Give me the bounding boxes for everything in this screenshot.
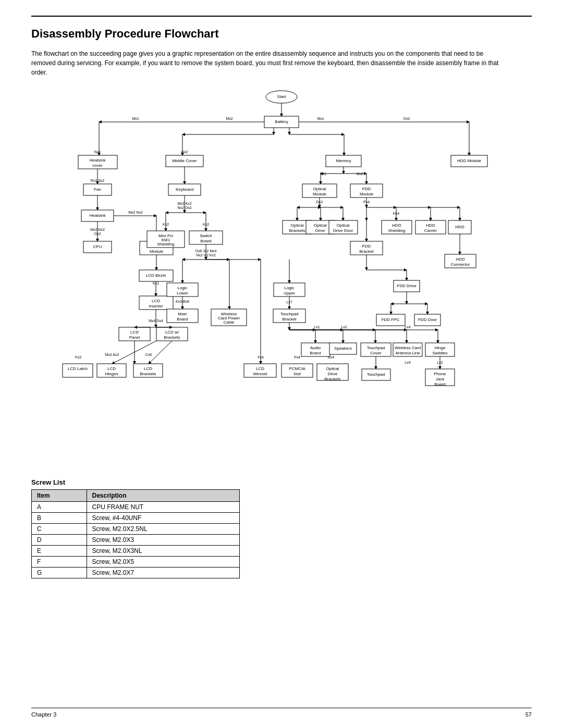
node-hdd: HDD: [448, 220, 471, 234]
screw-description: Screw, M2.0X2.5NL: [87, 524, 239, 535]
node-touchpad-bracket: Touchpad Bracket: [273, 309, 305, 323]
screw-item: B: [32, 513, 87, 524]
node-pcmcia: PCMCIA Slot: [282, 364, 313, 377]
svg-text:LCD: LCD: [256, 366, 264, 371]
svg-text:HDD Module: HDD Module: [457, 158, 481, 163]
table-row: BScrew, #4-40UNF: [32, 513, 240, 524]
page-title: Disassembly Procedure Flowchart: [31, 27, 532, 41]
screw-item: E: [32, 546, 87, 557]
col-header-item: Item: [32, 490, 87, 502]
svg-text:LCD w/: LCD w/: [165, 330, 179, 335]
svg-text:Cx6: Cx6: [145, 353, 152, 356]
svg-text:FDD: FDD: [362, 244, 371, 249]
screw-item: G: [32, 567, 87, 578]
node-optical-drive-door: Optical Drive Door: [329, 220, 358, 234]
node-optical-drive-brackets: Optical Drive Brackets: [317, 364, 348, 381]
screw-list-title: Screw List: [31, 478, 532, 486]
svg-text:Lx4: Lx4: [405, 325, 410, 329]
screw-description: Screw, #4-40UNF: [87, 513, 239, 524]
svg-text:Panel: Panel: [129, 335, 140, 340]
svg-text:Rx2 Sx2: Rx2 Sx2: [91, 179, 105, 182]
svg-text:LCD Bezel: LCD Bezel: [146, 273, 166, 278]
node-fdd-fpc: FDD FPC: [376, 314, 405, 326]
node-touchpad-cover: Touchpad Cover: [361, 343, 391, 356]
node-start: Start: [266, 91, 297, 103]
screw-table: Item Description ACPU FRAME NUTBScrew, #…: [31, 489, 240, 578]
node-cpu: CPU: [83, 241, 112, 253]
table-row: ACPU FRAME NUT: [32, 502, 240, 513]
svg-text:Heatsink: Heatsink: [89, 158, 106, 163]
node-hdd-carrier: HDD Carrier: [415, 220, 446, 234]
screw-description: CPU FRAME NUT: [87, 502, 239, 513]
node-main-board: Main Board: [167, 309, 198, 323]
node-keyboard: Keyboard: [168, 184, 201, 195]
svg-text:Upper: Upper: [284, 291, 295, 295]
table-row: DScrew, M2.0X3: [32, 535, 240, 546]
svg-text:LCD: LCD: [107, 366, 116, 371]
svg-text:Wireless Card: Wireless Card: [395, 346, 421, 350]
node-hinge-saddles: Hinge Saddles: [425, 343, 455, 356]
node-switch-board: Switch Board: [189, 231, 223, 244]
node-lcd-wireset: LCD Wireset: [244, 364, 276, 377]
svg-text:Speakers: Speakers: [334, 346, 352, 351]
svg-text:Board: Board: [200, 239, 211, 243]
svg-text:Mx1: Mx1: [317, 117, 324, 120]
screw-item: A: [32, 502, 87, 513]
node-lcd-hinges: LCD Hinges: [97, 364, 126, 377]
svg-text:Drive: Drive: [328, 372, 338, 376]
node-memory: Memory: [326, 155, 361, 167]
svg-text:Board: Board: [177, 317, 188, 322]
node-hdd-connector: HDD Connector: [445, 254, 476, 268]
svg-text:Lower: Lower: [177, 291, 188, 295]
svg-text:PCMCIA: PCMCIA: [289, 366, 305, 371]
screw-description: Screw, M2.0X3: [87, 535, 239, 546]
svg-text:Fx4: Fx4: [258, 355, 264, 359]
node-hdd-shielding: HDD Shielding: [382, 220, 412, 234]
svg-text:Board: Board: [310, 351, 321, 355]
node-middle-cover: Middle Cover: [166, 155, 203, 167]
svg-text:Ox2: Ox2: [403, 117, 410, 120]
screw-description: Screw, M2.0X5: [87, 557, 239, 567]
node-lcd-panel: LCD Panel: [119, 327, 150, 341]
svg-text:Drive: Drive: [315, 228, 325, 233]
intro-text: The flowchart on the succeeding page giv…: [31, 49, 500, 77]
svg-text:Brackets: Brackets: [324, 377, 340, 381]
table-row: EScrew, M2.0X3NL: [32, 546, 240, 557]
screw-description: Screw, M2.0X7: [87, 567, 239, 578]
table-row: FScrew, M2.0X5: [32, 557, 240, 567]
svg-text:Brackets: Brackets: [164, 335, 180, 340]
svg-text:Kx2: Kx2: [203, 223, 209, 226]
svg-text:Ox2: Ox2: [181, 150, 188, 154]
node-fdd-door: FDD Door: [414, 314, 440, 326]
footer-right: 57: [525, 711, 532, 718]
svg-text:Fx3: Fx3: [75, 355, 81, 359]
node-fan: Fan: [83, 184, 112, 195]
svg-text:Lx2: Lx2: [341, 325, 347, 329]
screw-list-section: Screw List Item Description ACPU FRAME N…: [31, 478, 532, 578]
svg-text:Hinge: Hinge: [435, 346, 446, 350]
svg-text:LCD: LCD: [130, 330, 139, 335]
svg-text:Hinges: Hinges: [105, 372, 118, 376]
svg-text:Heatsink: Heatsink: [89, 213, 106, 218]
screw-item: F: [32, 557, 87, 567]
svg-text:Battery: Battery: [275, 119, 288, 124]
page: Disassembly Procedure Flowchart The flow…: [0, 0, 563, 728]
svg-text:Bracket: Bracket: [359, 249, 374, 254]
svg-text:Main: Main: [178, 312, 187, 316]
svg-text:Logic: Logic: [284, 286, 294, 290]
table-row: CScrew, M2.0X2.5NL: [32, 524, 240, 535]
svg-text:Brackets: Brackets: [289, 228, 305, 233]
svg-line-65: [149, 341, 172, 364]
node-lcd-brackets-2: LCD Brackets: [133, 364, 163, 377]
node-speakers: Speakers: [329, 343, 357, 354]
node-fdd-module: FDD Module: [350, 184, 383, 198]
svg-text:Inverter: Inverter: [149, 304, 163, 309]
svg-text:Phone: Phone: [434, 372, 446, 376]
node-logic-upper: Logic Upper: [274, 283, 305, 297]
flowchart-container: .box rect { fill: #fff; stroke: #000; st…: [31, 88, 532, 463]
svg-text:Saddles: Saddles: [433, 351, 448, 355]
svg-text:Kx2: Kx2: [163, 223, 169, 226]
svg-text:Mx1: Mx1: [132, 117, 139, 120]
svg-text:Module: Module: [313, 192, 327, 196]
svg-text:Touchpad: Touchpad: [367, 346, 385, 350]
